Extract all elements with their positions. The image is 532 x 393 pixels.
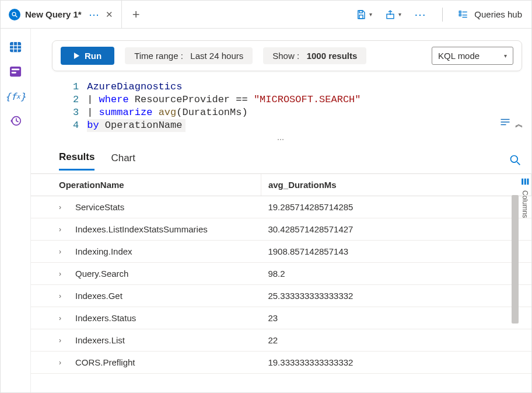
top-tab-strip: New Query 1* ⋯ ✕ + ▾ ▾ ⋯ Queries hub bbox=[1, 1, 531, 29]
query-editor-window: New Query 1* ⋯ ✕ + ▾ ▾ ⋯ Queries hub bbox=[0, 0, 532, 393]
table-row[interactable]: ›Query.Search98.2 bbox=[31, 263, 531, 285]
expand-row-icon[interactable]: › bbox=[59, 359, 66, 367]
chevron-down-icon: ▾ bbox=[504, 53, 507, 59]
tab-chart[interactable]: Chart bbox=[111, 152, 135, 170]
history-rail-icon[interactable] bbox=[8, 114, 24, 128]
table-row[interactable]: ›Indexing.Index1908.857142857143 bbox=[31, 241, 531, 263]
expand-row-icon[interactable]: › bbox=[59, 270, 66, 278]
tab-overflow-menu-icon[interactable]: ⋯ bbox=[89, 8, 100, 21]
topbar-overflow-menu[interactable]: ⋯ bbox=[414, 8, 427, 22]
expand-row-icon[interactable]: › bbox=[59, 225, 66, 234]
expand-row-icon[interactable]: › bbox=[59, 203, 66, 211]
table-row[interactable]: ›CORS.Preflight19.333333333333332 bbox=[31, 352, 531, 374]
table-row[interactable]: ›Indexes.Get25.333333333333332 bbox=[31, 285, 531, 307]
save-button[interactable]: ▾ bbox=[356, 9, 372, 20]
cell-avg-durationms: 19.333333333333332 bbox=[261, 352, 531, 374]
expand-row-icon[interactable]: › bbox=[59, 292, 66, 300]
svg-rect-27 bbox=[527, 179, 529, 185]
cell-operationname: Indexers.Status bbox=[75, 313, 136, 323]
svg-rect-25 bbox=[522, 179, 523, 185]
run-button[interactable]: Run bbox=[61, 47, 114, 65]
log-analytics-icon bbox=[9, 9, 20, 20]
queries-hub-label: Queries hub bbox=[474, 9, 522, 19]
columns-panel-toggle[interactable]: Columns bbox=[519, 174, 531, 392]
cell-avg-durationms: 98.2 bbox=[261, 263, 531, 285]
svg-rect-16 bbox=[11, 69, 19, 71]
cell-avg-durationms: 23 bbox=[261, 307, 531, 329]
svg-marker-19 bbox=[74, 53, 79, 59]
results-table: OperationName avg_DurationMs ›ServiceSta… bbox=[31, 174, 531, 374]
cell-operationname: Indexes.Get bbox=[75, 291, 123, 301]
expand-row-icon[interactable]: › bbox=[59, 336, 66, 345]
column-header-operationname[interactable]: OperationName bbox=[31, 174, 261, 196]
cell-avg-durationms: 22 bbox=[261, 329, 531, 352]
table-row[interactable]: ›Indexers.List22 bbox=[31, 329, 531, 352]
svg-rect-2 bbox=[359, 11, 362, 13]
code-content: AzureDiagnostics | where ResourceProvide… bbox=[87, 81, 360, 132]
cell-operationname: CORS.Preflight bbox=[75, 357, 135, 367]
show-limit-picker[interactable]: Show : 1000 results bbox=[263, 47, 366, 64]
search-results-icon[interactable] bbox=[509, 154, 521, 168]
topbar-actions: ▾ ▾ ⋯ Queries hub bbox=[356, 8, 522, 22]
scrollbar-thumb[interactable] bbox=[512, 195, 519, 324]
svg-line-1 bbox=[16, 15, 18, 17]
chevron-down-icon: ▾ bbox=[398, 11, 401, 18]
column-header-avg-durationms[interactable]: avg_DurationMs bbox=[261, 174, 531, 196]
pane-resize-handle[interactable]: ⋯ bbox=[31, 134, 531, 145]
word-wrap-icon[interactable] bbox=[500, 118, 510, 126]
cell-avg-durationms: 1908.857142857143 bbox=[261, 241, 531, 263]
run-button-label: Run bbox=[85, 51, 102, 61]
cell-operationname: Indexes.ListIndexStatsSummaries bbox=[75, 224, 208, 234]
line-gutter: 1234 bbox=[73, 81, 87, 132]
tab-results[interactable]: Results bbox=[59, 151, 94, 171]
svg-rect-15 bbox=[10, 67, 21, 76]
cell-avg-durationms: 30.428571428571427 bbox=[261, 218, 531, 241]
cell-avg-durationms: 19.285714285714285 bbox=[261, 196, 531, 218]
svg-line-24 bbox=[517, 162, 520, 165]
results-table-wrapper[interactable]: OperationName avg_DurationMs ›ServiceSta… bbox=[31, 174, 531, 392]
functions-rail-icon[interactable]: {fx} bbox=[8, 89, 24, 103]
cell-operationname: Query.Search bbox=[75, 269, 128, 279]
cell-avg-durationms: 25.333333333333332 bbox=[261, 285, 531, 307]
table-row[interactable]: ›ServiceStats19.285714285714285 bbox=[31, 196, 531, 218]
svg-rect-17 bbox=[11, 72, 16, 74]
time-range-picker[interactable]: Time range : Last 24 hours bbox=[125, 47, 253, 64]
queries-rail-icon[interactable] bbox=[8, 65, 24, 79]
collapse-editor-icon[interactable]: ︽ bbox=[515, 118, 523, 131]
svg-rect-6 bbox=[460, 14, 461, 16]
results-tab-strip: Results Chart bbox=[31, 148, 531, 174]
tables-rail-icon[interactable] bbox=[8, 40, 24, 54]
expand-row-icon[interactable]: › bbox=[59, 314, 66, 322]
mode-selector[interactable]: KQL mode ▾ bbox=[432, 47, 513, 65]
cell-operationname: Indexers.List bbox=[75, 335, 125, 345]
table-row[interactable]: ›Indexers.Status23 bbox=[31, 307, 531, 329]
chevron-down-icon: ▾ bbox=[369, 11, 372, 18]
query-toolbar: Run Time range : Last 24 hours Show : 10… bbox=[52, 40, 522, 71]
results-pane: Results Chart OperationName avg_Duration… bbox=[31, 148, 531, 392]
svg-point-23 bbox=[511, 156, 518, 163]
left-nav-rail: {fx} bbox=[1, 29, 31, 392]
kql-editor[interactable]: 1234 AzureDiagnostics | where ResourcePr… bbox=[31, 77, 531, 134]
tab-title: New Query 1* bbox=[25, 9, 82, 19]
svg-rect-26 bbox=[524, 179, 526, 185]
svg-rect-5 bbox=[460, 11, 461, 13]
svg-point-0 bbox=[12, 12, 16, 16]
cell-operationname: ServiceStats bbox=[75, 202, 124, 212]
editor-right-actions: ︽ bbox=[500, 118, 523, 131]
expand-row-icon[interactable]: › bbox=[59, 248, 66, 256]
close-tab-icon[interactable]: ✕ bbox=[106, 9, 113, 20]
svg-rect-10 bbox=[10, 42, 21, 52]
table-row[interactable]: ›Indexes.ListIndexStatsSummaries30.42857… bbox=[31, 218, 531, 241]
cell-operationname: Indexing.Index bbox=[75, 246, 132, 256]
svg-rect-3 bbox=[359, 15, 363, 18]
queries-hub-button[interactable]: Queries hub bbox=[458, 9, 522, 20]
share-button[interactable]: ▾ bbox=[385, 9, 401, 20]
new-tab-button[interactable]: + bbox=[127, 7, 146, 22]
query-tab[interactable]: New Query 1* ⋯ ✕ bbox=[1, 1, 122, 28]
